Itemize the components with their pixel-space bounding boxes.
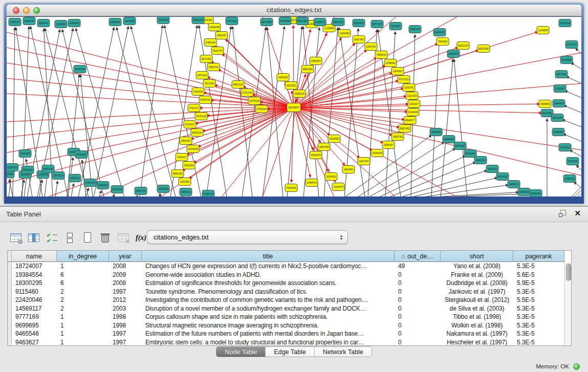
network-node-label: 1095810 (98, 184, 108, 187)
table-cell-pagerank: 5.9E-5 (513, 279, 564, 287)
network-node-label: 8958924 (444, 138, 454, 141)
network-node-label: 1321615 (407, 94, 417, 97)
network-edge (441, 59, 453, 196)
table-cell-outde: 0 (395, 288, 441, 295)
table-row[interactable]: 1456911722003Disruption of a novel membe… (12, 304, 564, 313)
network-node-label: 3915907 (38, 21, 49, 25)
table-cell-outde: 0 (395, 339, 441, 346)
column-header-year[interactable]: year (109, 251, 142, 262)
table-cell-year: 1997 (109, 288, 142, 295)
network-node-label: 5905336 (43, 167, 53, 170)
function-builder-icon[interactable]: f(x) (135, 231, 147, 245)
network-edge (574, 182, 581, 188)
table-cell-year: 2003 (109, 305, 142, 312)
network-window-titlebar[interactable]: citations_edges.txt (7, 5, 581, 16)
table-cell-year: 2012 (109, 296, 142, 303)
network-edge (294, 107, 392, 135)
table-cell-short: Jankovic et al. (1997) (441, 288, 513, 295)
network-node-label: 1125489 (324, 27, 334, 30)
network-node-label: 1603022 (184, 164, 194, 167)
column-header-label: pagerank (525, 253, 552, 260)
network-node-label: 2420046 (209, 26, 220, 29)
table-row[interactable]: 911546021997Tourette syndrome. Phenomeno… (12, 288, 564, 296)
network-node-label: 6479197 (455, 144, 465, 147)
table-row[interactable]: 1938455462009Genome-wide association stu… (12, 271, 564, 279)
table-cell-year: 1997 (109, 339, 142, 346)
table-row[interactable]: 946554611997Estimation of the future num… (12, 330, 564, 338)
network-node-label: 9154469 (408, 111, 418, 114)
network-node-label: 9466161 (193, 18, 203, 21)
network-node-label: 2935114 (475, 159, 485, 162)
sort-ascending-icon: △ (401, 253, 405, 259)
table-panel: Table Panel ✕ ⚙✕f(x) citations_edges.txt… (0, 206, 588, 372)
resize-grip-icon[interactable] (575, 190, 581, 196)
network-node-label: 5905335 (23, 168, 33, 171)
network-node-label: 9356051 (410, 28, 420, 31)
column-header-pagerank[interactable]: pagerank (513, 251, 564, 262)
network-edge (137, 195, 138, 196)
tab-network-table[interactable]: Network Table (314, 347, 372, 357)
network-edge (567, 77, 581, 83)
network-node-label: 1024502 (326, 175, 336, 178)
column-header-name[interactable]: name (12, 251, 57, 262)
column-header-short[interactable]: short (441, 251, 513, 262)
column-visibility-icon[interactable] (27, 231, 40, 245)
resize-grip-icon[interactable] (578, 193, 581, 196)
network-node-label: 1575107 (567, 43, 577, 46)
new-column-icon[interactable] (81, 231, 94, 245)
column-header-outde[interactable]: △out_de… (395, 251, 441, 262)
table-cell-name: 18724007 (12, 262, 57, 270)
network-node-label: 1795723 (203, 192, 213, 195)
network-node-label: 1527602 (158, 18, 168, 21)
table-cell-name: 9465546 (12, 330, 57, 337)
network-node-label: 8215953 (542, 112, 552, 115)
table-cell-indegree: 1 (57, 262, 109, 270)
network-canvas[interactable]: 1872400722063822420046194205727851842516… (7, 17, 581, 196)
close-panel-icon[interactable]: ✕ (574, 210, 581, 217)
row-header-strip (8, 251, 12, 262)
column-header-title[interactable]: title (142, 251, 395, 262)
network-node-label: 1320562 (278, 76, 288, 79)
network-node-label: 1654879 (448, 52, 459, 55)
table-cell-indegree: 2 (57, 288, 109, 295)
table-row[interactable]: 969969511998Structural magnetic resonanc… (12, 321, 564, 330)
network-node-label: 1558214 (294, 92, 304, 95)
network-node-label: 9283506 (354, 21, 364, 25)
scrollbar-thumb[interactable] (566, 264, 571, 281)
window-title: citations_edges.txt (7, 6, 581, 14)
network-node-label: 1607437 (359, 160, 369, 163)
table-cell-name: 9777169 (12, 313, 57, 320)
table-cell-name: 9463627 (12, 339, 57, 346)
network-edge (94, 27, 128, 196)
table-row[interactable]: 946362711997Embryonic stem cells: a mode… (12, 338, 564, 346)
network-node-label: 1167534 (568, 160, 577, 163)
table-cell-pagerank: 5.6E-5 (513, 271, 564, 278)
table-row[interactable]: 1872400712008Changes of HCN gene express… (12, 262, 564, 271)
table-select-dropdown[interactable]: citations_edges.txt ▴▾ (147, 230, 348, 244)
network-node-label: 1018973 (315, 20, 325, 24)
float-panel-icon[interactable] (559, 210, 566, 217)
network-edge (82, 160, 86, 196)
tab-edge-table[interactable]: Edge Table (265, 347, 314, 357)
network-node-label: 8471676 (497, 175, 508, 178)
column-header-indegree[interactable]: in_degree (57, 251, 109, 262)
network-node-label: 8957452 (400, 127, 410, 130)
network-node-label: 9581064 (302, 68, 313, 71)
delete-column-icon[interactable] (99, 231, 112, 245)
network-node-label: 4275126 (249, 99, 259, 102)
row-height-icon[interactable] (63, 231, 76, 245)
table-row[interactable]: 1830029562008Estimation of significance … (12, 279, 564, 288)
table-row[interactable]: 2242004622012Investigating the contribut… (12, 296, 564, 304)
network-node-label: 3915908 (7, 172, 13, 176)
tab-node-table[interactable]: Node Table (216, 347, 265, 357)
table-cell-year: 1997 (109, 330, 142, 337)
network-edge (454, 59, 467, 196)
status-bar: Memory: OK (0, 361, 588, 372)
network-node-label: 1154808 (538, 29, 548, 32)
row-selection-icon[interactable] (45, 231, 58, 245)
table-cell-name: 14569117 (12, 305, 57, 312)
table-cell-pagerank: 5.5E-5 (513, 296, 564, 303)
table-settings-icon[interactable]: ⚙ (9, 231, 23, 245)
table-vertical-scrollbar[interactable] (564, 262, 572, 346)
table-row[interactable]: 977716911998Corpus callosum shape and si… (12, 313, 564, 321)
